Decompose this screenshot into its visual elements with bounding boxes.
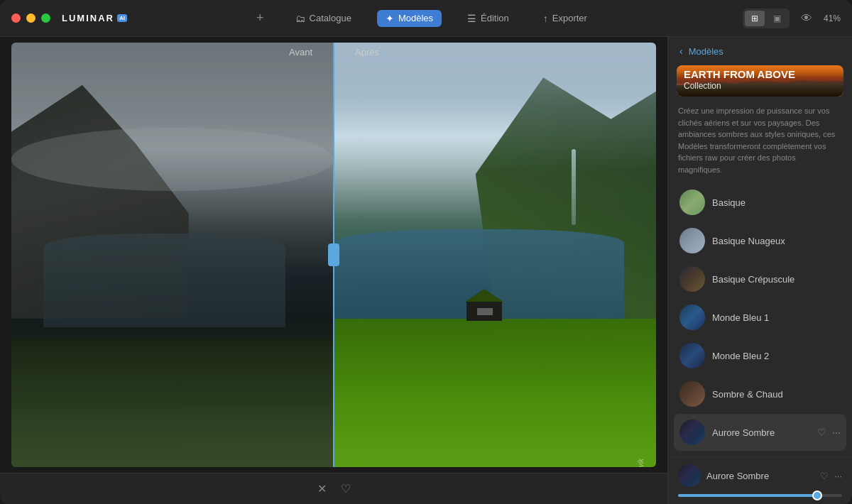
waterfall-after [572,149,576,226]
main-content: Avant Après [0,37,852,504]
nav-right: ⊞ ▣ 👁 41% [743,9,841,28]
slider-container [668,494,852,504]
close-button[interactable] [11,13,21,23]
add-button[interactable]: + [256,11,264,26]
nav-bar: + 🗂 Catalogue ✦ Modèles ☰ Édition ↑ Expo… [256,10,596,27]
preset-name-basique: Basique [712,197,841,208]
preset-name-aurore: Aurore Sombre [712,427,810,438]
eye-icon[interactable]: 👁 [801,12,812,25]
split-handle[interactable] [328,243,339,266]
fullscreen-button[interactable] [41,13,50,23]
view-single-button[interactable]: ▣ [768,11,787,26]
preset-monde-bleu-1[interactable]: Monde Bleu 1 [674,299,846,336]
preset-heart-icon[interactable]: ♡ [817,427,826,438]
house-window [477,308,493,315]
watermark: © Curna Cevik [637,459,645,467]
view-toggle: ⊞ ▣ [743,9,790,28]
traffic-lights [11,13,50,23]
bottom-toolbar: ✕ ♡ [0,473,667,504]
exporter-icon: ↑ [543,13,548,24]
strip-actions: ♡ ··· [820,471,842,481]
panel-back-label: Modèles [689,46,723,57]
catalogue-label: Catalogue [310,13,351,23]
collection-title: EARTH FROM ABOVE [684,68,795,81]
back-arrow-icon: ‹ [679,45,683,57]
preset-sombre-chaud[interactable]: Sombre & Chaud [674,376,846,412]
house-roof [465,289,503,302]
heart-icon[interactable]: ♡ [341,482,351,495]
label-apres: Après [334,47,667,57]
grass-before [11,340,334,467]
slider-thumb[interactable] [812,491,822,500]
nav-catalogue[interactable]: 🗂 Catalogue [287,10,360,27]
split-line[interactable] [333,43,334,467]
label-avant: Avant [0,47,334,57]
view-split-button[interactable]: ⊞ [745,11,765,26]
nav-modeles[interactable]: ✦ Modèles [377,10,442,27]
photo-container: © Curna Cevik [11,43,656,467]
right-panel: ‹ Modèles EARTH FROM ABOVE Collection Cr… [667,37,852,504]
strip-name: Aurore Sombre [706,471,814,481]
preset-thumb-crepuscule [679,266,705,292]
app-logo: LUMINAR AI [62,13,127,23]
preset-thumb-sombre [679,381,705,407]
water-before [43,234,285,327]
preset-monde-bleu-2[interactable]: Monde Bleu 2 [674,337,846,374]
strip-thumb [678,464,701,487]
image-viewer: Avant Après [0,37,667,504]
preset-name-monde2: Monde Bleu 2 [712,351,841,361]
collection-description: Créez une impression de puissance sur vo… [668,105,852,184]
preset-name-nuageux: Basique Nuageux [712,236,841,246]
preset-thumb-monde2 [679,343,705,368]
exporter-label: Exporter [552,13,587,23]
preset-thumb-nuageux [679,228,705,253]
preset-basique-crepuscule[interactable]: Basique Crépuscule [674,261,846,297]
modeles-label: Modèles [398,13,433,23]
grass-after [334,319,656,467]
zoom-level[interactable]: 41% [824,13,841,23]
house [463,289,506,321]
preset-basique-nuageux[interactable]: Basique Nuageux [674,222,846,259]
collection-hero-overlay: EARTH FROM ABOVE Collection [684,68,795,91]
preset-more-icon[interactable]: ··· [832,427,841,438]
edition-icon: ☰ [467,13,476,24]
preset-thumb-basique [679,190,705,215]
edition-label: Édition [481,13,509,23]
nav-exporter[interactable]: ↑ Exporter [535,10,596,27]
preset-aurore-sombre[interactable]: Aurore Sombre ♡ ··· [674,414,846,451]
strip-heart-icon[interactable]: ♡ [820,471,829,481]
sky-after [334,43,656,170]
nav-edition[interactable]: ☰ Édition [459,10,518,27]
catalogue-icon: 🗂 [295,13,305,24]
house-body [466,301,502,321]
collection-hero: EARTH FROM ABOVE Collection [677,65,843,97]
preset-thumb-aurore [679,420,705,445]
bottom-preset-strip: Aurore Sombre ♡ ··· [668,456,852,494]
titlebar: LUMINAR AI + 🗂 Catalogue ✦ Modèles ☰ Édi… [0,0,852,37]
preset-basique[interactable]: Basique [674,184,846,221]
minimize-button[interactable] [26,13,36,23]
close-icon[interactable]: ✕ [317,482,327,495]
modeles-icon: ✦ [386,13,394,24]
preset-thumb-monde1 [679,305,705,330]
preset-name-monde1: Monde Bleu 1 [712,312,841,323]
preset-name-crepuscule: Basique Crépuscule [712,274,841,285]
preset-aurore-actions: ♡ ··· [817,427,841,438]
slider-fill [678,494,817,497]
photo-after [334,43,656,467]
photo-before [11,43,334,467]
panel-header[interactable]: ‹ Modèles [668,37,852,65]
slider-track[interactable] [678,494,842,497]
collection-subtitle: Collection [684,81,795,91]
clouds-before [11,128,334,192]
strip-more-icon[interactable]: ··· [834,471,842,481]
preset-list: Basique Basique Nuageux Basique Crépuscu… [668,184,852,451]
preset-name-sombre: Sombre & Chaud [712,389,841,400]
